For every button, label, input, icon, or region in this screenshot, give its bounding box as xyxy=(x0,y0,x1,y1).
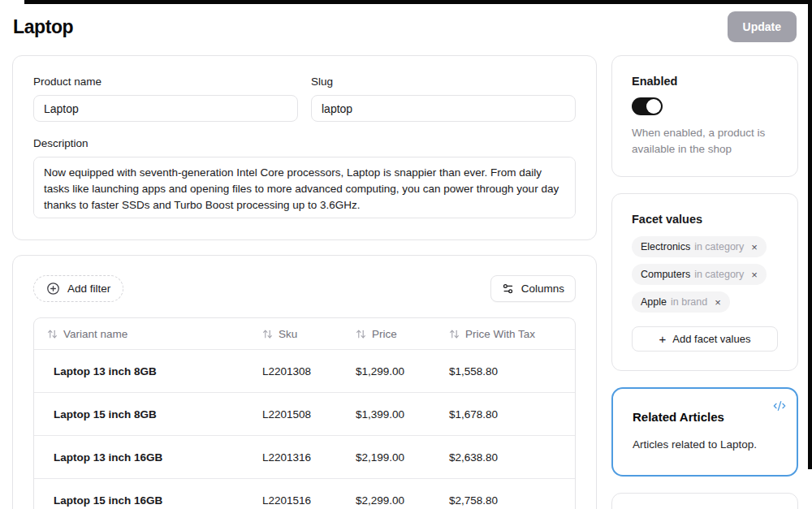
window-edge-right xyxy=(808,0,812,469)
page-header: Laptop Update xyxy=(0,0,812,42)
add-facet-values-button[interactable]: + Add facet values xyxy=(632,326,778,352)
cell-sku: L2201316 xyxy=(249,451,343,464)
column-header-sku[interactable]: Sku xyxy=(249,328,343,340)
table-header-row: Variant name Sku Price xyxy=(34,318,575,349)
columns-button[interactable]: Columns xyxy=(490,275,576,302)
table-row[interactable]: Laptop 15 inch 16GB L2201516 $2,299.00 $… xyxy=(34,478,575,509)
close-icon[interactable]: × xyxy=(751,270,758,280)
sidebar: Enabled When enabled, a product is avail… xyxy=(611,55,798,509)
table-row[interactable]: Laptop 13 inch 16GB L2201316 $2,199.00 $… xyxy=(34,435,575,478)
cell-sku: L2201508 xyxy=(249,408,343,421)
cell-price-with-tax: $2,758.80 xyxy=(436,494,575,507)
product-name-input[interactable] xyxy=(33,95,298,122)
product-name-field-group: Product name xyxy=(33,75,298,122)
facet-chip-list: Electronics in category × Computers in c… xyxy=(632,236,778,313)
column-label: Price With Tax xyxy=(465,328,535,340)
close-icon[interactable]: × xyxy=(751,242,758,252)
facet-chip-value: Electronics xyxy=(641,241,690,252)
enabled-card: Enabled When enabled, a product is avail… xyxy=(611,55,798,177)
variants-card: Add filter Columns xyxy=(12,255,597,509)
facet-values-title: Facet values xyxy=(632,213,778,226)
table-row[interactable]: Laptop 13 inch 8GB L2201308 $1,299.00 $1… xyxy=(34,349,575,392)
column-header-price[interactable]: Price xyxy=(343,328,436,340)
variants-toolbar: Add filter Columns xyxy=(33,275,576,302)
sort-icon[interactable] xyxy=(356,329,366,339)
cell-price: $1,399.00 xyxy=(343,408,436,421)
slug-field-group: Slug xyxy=(311,75,576,122)
facet-chip-value: Apple xyxy=(641,296,667,308)
sliders-icon xyxy=(502,283,514,295)
facet-chip: Computers in category × xyxy=(632,264,767,285)
table-row[interactable]: Laptop 15 inch 8GB L2201508 $1,399.00 $1… xyxy=(34,392,575,435)
slug-label: Slug xyxy=(311,75,576,88)
variants-table: Variant name Sku Price xyxy=(33,317,576,509)
name-slug-row: Product name Slug xyxy=(33,75,576,122)
related-articles-body: Articles related to Laptop. xyxy=(633,438,777,451)
column-header-price-with-tax[interactable]: Price With Tax xyxy=(436,328,575,340)
plus-circle-icon xyxy=(46,282,60,295)
sort-icon[interactable] xyxy=(449,329,460,339)
update-button[interactable]: Update xyxy=(728,11,797,42)
product-name-label: Product name xyxy=(33,75,298,88)
cell-variant-name: Laptop 15 inch 8GB xyxy=(34,408,249,421)
cell-price-with-tax: $1,558.80 xyxy=(436,365,575,377)
toggle-knob xyxy=(646,99,661,114)
facet-chip-value: Computers xyxy=(641,269,690,280)
column-label: Price xyxy=(372,328,397,340)
cell-variant-name: Laptop 13 inch 16GB xyxy=(34,451,249,464)
content: Product name Slug Description Now equipp… xyxy=(0,42,812,509)
related-articles-title: Related Articles xyxy=(633,410,777,424)
product-detail-page: Laptop Update Product name Slug Descript… xyxy=(0,0,812,509)
facet-chip: Electronics in category × xyxy=(632,236,767,257)
description-label: Description xyxy=(33,137,576,149)
cell-sku: L2201516 xyxy=(249,494,343,507)
facet-chip-facet: in brand xyxy=(671,296,707,308)
add-filter-button[interactable]: Add filter xyxy=(33,275,123,302)
column-header-variant-name[interactable]: Variant name xyxy=(34,328,249,340)
enabled-toggle[interactable] xyxy=(632,97,663,115)
facet-chip-facet: in category xyxy=(694,241,744,252)
product-details-card: Product name Slug Description Now equipp… xyxy=(12,55,597,240)
cell-price-with-tax: $2,638.80 xyxy=(436,451,575,464)
enabled-title: Enabled xyxy=(632,75,778,88)
facet-chip-facet: in category xyxy=(694,269,744,280)
facet-chip: Apple in brand × xyxy=(632,291,730,313)
slug-input[interactable] xyxy=(311,95,576,122)
cell-variant-name: Laptop 15 inch 16GB xyxy=(34,494,249,507)
cell-variant-name: Laptop 13 inch 8GB xyxy=(34,365,249,377)
sort-icon[interactable] xyxy=(262,329,273,339)
cell-price: $1,299.00 xyxy=(343,365,436,377)
enabled-help-text: When enabled, a product is available in … xyxy=(632,125,778,157)
page-title: Laptop xyxy=(13,16,73,38)
column-label: Variant name xyxy=(63,328,127,340)
add-facet-values-label: Add facet values xyxy=(672,333,750,345)
cell-price-with-tax: $1,678.80 xyxy=(436,408,575,421)
sort-icon[interactable] xyxy=(47,329,58,339)
close-icon[interactable]: × xyxy=(715,297,721,308)
window-edge-top xyxy=(24,0,812,4)
columns-label: Columns xyxy=(521,283,564,295)
related-articles-card[interactable]: Related Articles Articles related to Lap… xyxy=(611,387,798,477)
main-column: Product name Slug Description Now equipp… xyxy=(12,55,597,509)
facet-values-card: Facet values Electronics in category × C… xyxy=(611,193,798,371)
column-label: Sku xyxy=(279,328,297,340)
add-filter-label: Add filter xyxy=(67,283,110,295)
cell-sku: L2201308 xyxy=(249,365,343,377)
assets-card: Assets xyxy=(611,493,798,509)
plus-icon: + xyxy=(659,332,667,346)
cell-price: $2,299.00 xyxy=(343,494,436,507)
cell-price: $2,199.00 xyxy=(343,451,436,464)
code-icon[interactable] xyxy=(773,399,786,416)
description-input[interactable]: Now equipped with seventh-generation Int… xyxy=(33,157,576,218)
